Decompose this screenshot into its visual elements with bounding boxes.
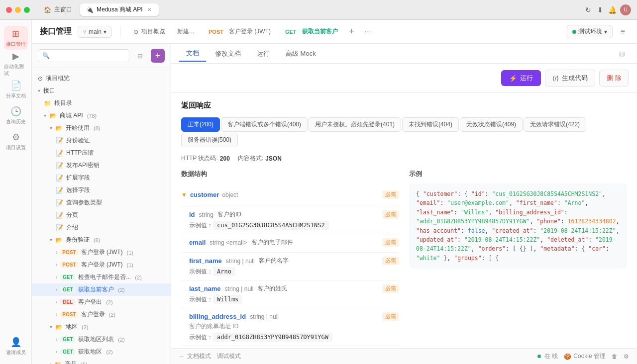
add-tab-button[interactable]: +	[345, 25, 359, 39]
sidebar-item-automation[interactable]: ▶ 自动化测试	[4, 52, 28, 76]
tab-doc[interactable]: 文档	[179, 46, 206, 62]
avatar[interactable]: U	[620, 4, 631, 15]
tree-get-region-list[interactable]: › GET 获取地区列表 (2)	[32, 333, 171, 346]
tree-item-http-label: HTTP压缩	[66, 149, 94, 157]
tree-product[interactable]: › 📁 产品 (6)	[32, 358, 171, 364]
field-row-billing: billing_address_id string | null 必需 客户的账…	[181, 308, 399, 346]
chevron-down-icon: ▾	[38, 88, 40, 93]
tab-new[interactable]: 新建...	[172, 25, 199, 38]
env-button[interactable]: 测试环境 ▾	[567, 25, 613, 38]
field-desc-id: 客户的ID	[217, 210, 241, 219]
tree-root-dir[interactable]: 📁 根目录	[32, 97, 171, 109]
tab-advanced-mock[interactable]: 高级 Mock	[279, 46, 323, 61]
search-input[interactable]: 🔍	[38, 49, 129, 62]
tree-region[interactable]: ▾ 📂 地区 (2)	[32, 321, 171, 333]
tree-item-http[interactable]: 📝 HTTP压缩	[32, 147, 171, 159]
settings-bottom-button[interactable]: ⚙	[624, 353, 629, 360]
close-button[interactable]	[6, 7, 12, 13]
tree-project-overview[interactable]: ⊙ 项目概览	[32, 72, 171, 85]
toolbar-menu-button[interactable]: ≡	[617, 25, 629, 38]
tree-get-region[interactable]: › GET 获取地区 (2)	[32, 346, 171, 358]
tree-post-login-jwt-1[interactable]: › POST 客户登录 (JWT) (1)	[32, 246, 171, 259]
doc-mode-button[interactable]: ← 文档模式	[179, 352, 211, 361]
sidebar-item-interface[interactable]: ⊞ 接口管理	[4, 26, 28, 50]
tree-item-pagination[interactable]: 📝 分页	[32, 209, 171, 221]
tree-mall-api[interactable]: ▾ 📂 商城 API (78)	[32, 109, 171, 122]
status-tab-422[interactable]: 无效请求错误(422)	[524, 117, 586, 132]
status-tab-404[interactable]: 未找到错误(404)	[402, 117, 459, 132]
tree-item-query[interactable]: 📝 查询参数类型	[32, 196, 171, 209]
cookie-manage-button[interactable]: 🍪 Cookie 管理	[564, 352, 606, 361]
toolbar: 接口管理 ⑂ main ▾ ⊙ 项目概览 新建... POST 客户登录 (JW…	[32, 20, 637, 44]
field-required-billing: 必需	[382, 312, 399, 321]
tree-get-check-email[interactable]: › GET 检查电子邮件是否... (2)	[32, 271, 171, 283]
folder-icon: 📂	[55, 125, 63, 132]
tree-item-expand[interactable]: 📝 扩展字段	[32, 172, 171, 184]
field-example-id-val: cus_01G2SG30J8C85S4A5CHM2S1NS2	[213, 221, 329, 230]
status-tab-401[interactable]: 用户未授权。必须先登录(401)	[309, 117, 401, 132]
field-example-first-name-val: Arno	[213, 267, 235, 276]
tab-run[interactable]: 运行	[250, 46, 277, 61]
bell-icon[interactable]: 🔔	[608, 6, 616, 14]
gen-code-button[interactable]: ⟨/⟩ 生成代码	[545, 70, 596, 87]
field-row-customer: ▼ customer object 必需	[181, 183, 399, 206]
delete-button[interactable]: 删 除	[599, 70, 629, 87]
tree-del-logout[interactable]: › DEL 客户登出 (2)	[32, 296, 171, 308]
bottom-bar: ← 文档模式 调试模式 在 线 🍪	[171, 348, 637, 364]
status-tab-200[interactable]: 正常(200)	[181, 117, 220, 132]
tree-item-auth[interactable]: 📝 身份验证	[32, 134, 171, 147]
status-tab-409[interactable]: 无效状态错误(409)	[460, 117, 523, 132]
tab-post-login[interactable]: POST 客户登录 (JWT)	[201, 25, 276, 38]
field-required-id: 必需	[382, 210, 399, 219]
debug-mode-button[interactable]: 调试模式	[217, 352, 241, 361]
tree-interface-header[interactable]: ▾ 接口	[32, 85, 171, 97]
sidebar-item-docs[interactable]: 📄 分享文档	[4, 78, 28, 101]
field-required-customer: 必需	[382, 190, 399, 199]
sidebar-item-invite[interactable]: 👤 邀请成员	[4, 334, 28, 358]
tab-get-customer-label: 获取当前客户	[302, 27, 338, 36]
trash-button[interactable]: 🗑	[612, 353, 618, 360]
http-status-label: HTTP 状态码: 200	[181, 154, 230, 163]
tab-home[interactable]: 🏠 主窗口	[38, 3, 78, 16]
tree-item-intro[interactable]: 📝 介绍	[32, 221, 171, 234]
status-tab-500[interactable]: 服务器错误(500)	[181, 133, 238, 147]
tab-get-current-customer[interactable]: GET 获取当前客户	[278, 25, 343, 38]
settings-bottom-icon: ⚙	[624, 353, 629, 360]
tree-item-apikey[interactable]: 📝 发布API密钥	[32, 159, 171, 172]
delete-label: 删 除	[607, 74, 622, 82]
tree-post-login-jwt-2[interactable]: › POST 客户登录 (JWT) (1)	[32, 259, 171, 271]
tab-project-overview[interactable]: ⊙ 项目概览	[128, 25, 170, 38]
sidebar-item-settings[interactable]: ⚙ 项目设置	[4, 129, 28, 153]
tree-identity[interactable]: ▾ 📂 身份验证 (6)	[32, 234, 171, 246]
sidebar-item-history[interactable]: 🕒 查询历史	[4, 103, 28, 127]
refresh-icon[interactable]: ↻	[584, 6, 592, 14]
add-interface-button[interactable]: +	[151, 49, 165, 63]
tree-getting-started[interactable]: ▾ 📂 开始使用 (8)	[32, 122, 171, 134]
field-desc-first-name: 客户的名字	[259, 257, 289, 265]
tab-edit-doc[interactable]: 修改文档	[208, 46, 248, 61]
cookie-icon: 🍪	[564, 353, 571, 360]
page-mode-button[interactable]: ⊡	[615, 48, 629, 60]
minimize-button[interactable]	[15, 7, 21, 13]
get-badge: GET	[283, 28, 299, 35]
doc-mode-label: 文档模式	[187, 352, 211, 361]
tab-medusa[interactable]: 🔌 Medusa 商城 API ✕	[80, 3, 159, 16]
tree-post-login-jwt-1-label: 客户登录 (JWT)	[81, 248, 123, 257]
tree-get-current-customer[interactable]: › GET 获取当前客户 (2)	[32, 283, 171, 296]
post-tag: POST	[60, 262, 78, 268]
post-tag: POST	[60, 249, 78, 256]
download-icon[interactable]: ⬇	[596, 6, 604, 14]
online-dot	[537, 355, 541, 358]
expand-customer[interactable]: ▼ customer object 必需	[181, 187, 399, 202]
status-tab-400[interactable]: 客户端错误或多个错误(400)	[221, 117, 308, 132]
close-tab-icon[interactable]: ✕	[146, 6, 153, 13]
maximize-button[interactable]	[24, 7, 30, 13]
run-button[interactable]: ⚡ 运行	[501, 70, 541, 86]
field-desc-last-name: 客户的姓氏	[257, 284, 287, 293]
more-tabs-button[interactable]: ···	[361, 25, 375, 38]
tree-item-select[interactable]: 📝 选择字段	[32, 184, 171, 196]
filter-button[interactable]: ⊟	[133, 50, 147, 62]
tree-del-logout-label: 客户登出	[78, 298, 102, 306]
tree-post-register[interactable]: › POST 客户登录 (2)	[32, 308, 171, 321]
branch-button[interactable]: ⑂ main ▾	[78, 26, 112, 38]
